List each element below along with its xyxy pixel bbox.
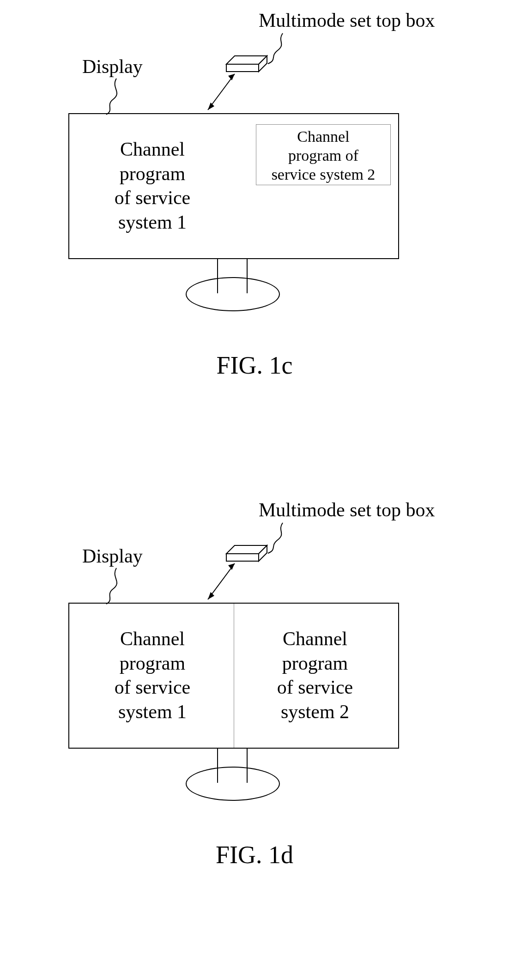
stand-base-1d (186, 767, 280, 801)
svg-marker-8 (259, 545, 267, 561)
stand-neck-right-1c (247, 258, 248, 293)
stand-neck-right-1d (247, 748, 248, 783)
svg-marker-1 (226, 64, 259, 72)
svg-marker-6 (226, 545, 267, 554)
svg-marker-11 (208, 592, 214, 599)
stb-label-1c: Multimode set top box (259, 9, 435, 31)
main-program-text-1c: Channelprogramof servicesystem 1 (97, 137, 208, 234)
stb-icon-1c (226, 56, 267, 72)
stand-neck-left-1d (217, 748, 218, 783)
split-line-1d (234, 604, 234, 748)
svg-marker-7 (226, 554, 259, 561)
display-leader-1d (106, 568, 117, 604)
svg-marker-5 (208, 103, 214, 110)
caption-1c: FIG. 1c (0, 351, 509, 380)
stb-icon-1d (226, 545, 267, 561)
display-label-1c: Display (82, 55, 143, 78)
svg-marker-4 (228, 74, 235, 80)
figure-1d: Multimode set top box Display Channelpro… (0, 490, 509, 951)
svg-marker-10 (228, 563, 235, 570)
pip-box-1c: Channelprogram ofservice system 2 (256, 124, 391, 185)
stand-neck-left-1c (217, 258, 218, 293)
left-program-text-1d: Channelprogramof servicesystem 1 (88, 627, 217, 724)
svg-marker-0 (226, 56, 267, 64)
stand-base-1c (186, 277, 280, 311)
stb-arrow-1d (208, 563, 235, 599)
svg-line-3 (208, 74, 235, 110)
svg-line-9 (208, 563, 235, 599)
caption-1d: FIG. 1d (0, 841, 509, 869)
display-label-1d: Display (82, 545, 143, 567)
stb-arrow-1c (208, 74, 235, 110)
stb-label-1d: Multimode set top box (259, 499, 435, 521)
figure-1c: Multimode set top box Display Channelpro… (0, 0, 509, 462)
stb-leader-1c (268, 33, 283, 64)
right-program-text-1d: Channelprogramof servicesystem 2 (250, 627, 380, 724)
monitor-1c: Channelprogramof servicesystem 1 Channel… (68, 113, 399, 259)
stb-leader-1d (268, 523, 283, 553)
pip-program-text-1c: Channelprogram ofservice system 2 (261, 127, 386, 184)
display-leader-1c (106, 79, 117, 115)
monitor-1d: Channelprogramof servicesystem 1 Channel… (68, 603, 399, 749)
svg-marker-2 (259, 56, 267, 72)
